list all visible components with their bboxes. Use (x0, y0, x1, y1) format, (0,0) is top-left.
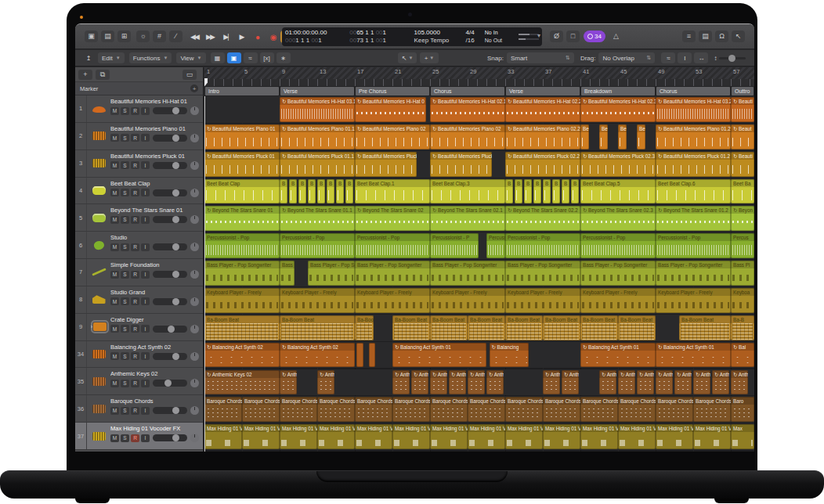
snap-select[interactable]: Smart⇅ (507, 52, 574, 63)
region[interactable]: B (336, 179, 344, 204)
mute-button[interactable]: M (110, 352, 119, 360)
input-monitor-button[interactable]: I (141, 297, 150, 305)
region[interactable]: Max Hiding 01 V (656, 424, 693, 449)
region[interactable]: B (298, 179, 306, 204)
region[interactable]: Baroque Chords (355, 397, 392, 422)
solo-button[interactable]: S (121, 271, 129, 279)
marker-track-header[interactable]: Marker + (75, 82, 203, 95)
region[interactable]: ↻ Balancing Act Synth 02 (280, 343, 355, 368)
arrangement-marker[interactable]: Chorus (431, 87, 504, 95)
region[interactable]: ↻ Beautiful Memories Hi-Hat 02.2 (505, 97, 580, 122)
region[interactable]: ↻ Anthe (693, 370, 710, 395)
region[interactable] (356, 343, 363, 368)
stop-button[interactable]: ▶| (218, 31, 233, 43)
region[interactable]: ↻ Beyond The Stars Snare 02.1 (430, 206, 505, 231)
region[interactable]: ↻ Anthe (599, 370, 616, 395)
region[interactable]: ↻ Bal (731, 343, 754, 368)
track-header[interactable]: 9›Crate DiggerMSRI (75, 314, 203, 341)
region[interactable]: ↻ Beauti (731, 97, 754, 122)
volume-fader[interactable] (153, 380, 187, 387)
track-header-options-button[interactable]: ▭ (183, 70, 197, 80)
volume-fader[interactable] (153, 353, 187, 360)
region[interactable]: Beet Beat Clap.1 (355, 179, 430, 204)
solo-button[interactable]: S (121, 216, 129, 224)
forward-button[interactable]: ▶▶ (202, 31, 218, 43)
arrangement-marker[interactable]: Verse (506, 87, 580, 95)
region[interactable]: Ba-B (731, 315, 754, 340)
region[interactable]: ↻ Beautiful Memories Hi-Hat 0 (355, 97, 426, 122)
solo-button[interactable]: S (121, 161, 129, 169)
region[interactable]: Ba-Boom Beat (505, 315, 543, 340)
pan-knob[interactable] (190, 406, 199, 415)
region[interactable]: B (280, 179, 287, 204)
track-header[interactable]: 36Baroque ChordsMSRI (75, 395, 203, 423)
region[interactable]: B (543, 179, 551, 204)
region[interactable]: Percus (731, 233, 754, 258)
region[interactable]: Max Hiding 01 V (280, 424, 317, 449)
region[interactable]: ↻ Anthe (449, 370, 466, 395)
arrangement-marker[interactable]: Intro (205, 87, 279, 95)
region[interactable]: B (289, 179, 297, 204)
pan-knob[interactable] (190, 270, 199, 279)
region[interactable]: ↻ Beauti (731, 152, 754, 177)
pan-knob[interactable] (190, 134, 199, 142)
region[interactable]: Max Hiding 01 V (618, 424, 656, 449)
volume-fader[interactable] (153, 326, 187, 333)
input-monitor-button[interactable]: I (141, 325, 150, 333)
region[interactable]: Baroque Chords (392, 397, 430, 422)
region[interactable]: Beet Beat Clap (204, 179, 280, 204)
input-monitor-button[interactable]: I (141, 107, 150, 115)
region[interactable]: ↻ Beautiful Memories Piano 02 (355, 124, 430, 149)
region[interactable] (369, 343, 375, 368)
region[interactable]: B (571, 179, 579, 204)
volume-fader[interactable] (153, 216, 187, 223)
drag-select[interactable]: No Overlap⇅ (598, 52, 655, 63)
region[interactable]: B (562, 179, 569, 204)
region[interactable]: ↻ Beyond The Stars Snare 01.1 (280, 206, 355, 231)
region[interactable]: Ba-Boo (355, 315, 374, 340)
smart-controls-icon[interactable]: ☼ (136, 31, 150, 42)
region[interactable]: Beet Beat Clap.5 (580, 179, 656, 204)
region[interactable]: Ba-Boom Beat (392, 315, 430, 340)
region[interactable]: Beet Beat Clap.3 (430, 179, 505, 204)
mute-button[interactable]: M (110, 216, 119, 224)
region[interactable]: ↻ Beautiful Memories Hi-Hat 02.1 (430, 97, 505, 122)
region[interactable]: ↻ Beautiful Memories Piano 02.2 (505, 124, 580, 149)
region[interactable]: Max Hiding 01 V (693, 424, 731, 449)
mute-button[interactable]: M (110, 434, 119, 442)
volume-fader[interactable] (153, 407, 187, 414)
chevron-down-icon[interactable]: ▾ (537, 32, 540, 39)
arrangement-marker[interactable]: Breakdown (581, 87, 655, 95)
volume-fader[interactable] (153, 298, 187, 305)
pan-knob[interactable] (190, 434, 199, 442)
volume-fader[interactable] (153, 107, 187, 114)
record-enable-button[interactable]: R (131, 161, 139, 169)
region[interactable]: ↻ Anthe (317, 370, 334, 395)
command-click-tool-menu[interactable]: +▼ (420, 52, 439, 63)
region[interactable]: Bass P (280, 261, 295, 286)
region[interactable]: Percussionist - Pop (580, 233, 656, 258)
solo-button[interactable]: S (121, 189, 129, 196)
record-enable-button[interactable]: R (131, 434, 139, 442)
region[interactable]: B (345, 179, 353, 204)
horizontal-zoom-button[interactable]: ↔ (694, 52, 708, 63)
record-enable-button[interactable]: R (131, 216, 139, 224)
pan-knob[interactable] (190, 243, 199, 251)
region[interactable]: ↻ Anthe (430, 370, 447, 395)
track-header[interactable]: 8Studio GrandMSRI (75, 286, 203, 314)
region[interactable]: Max (731, 424, 754, 449)
arrangement-marker[interactable]: Chorus (656, 87, 730, 95)
region[interactable]: Bass Player - Pop Songwriter (204, 261, 280, 286)
region[interactable]: Ba-Boom Beat (468, 315, 505, 340)
region[interactable]: ↻ Anthe (731, 370, 748, 395)
track-header[interactable]: 1Beautiful Memories Hi-Hat 01MSRI (75, 95, 203, 123)
catch-button[interactable]: ∗ (276, 52, 291, 63)
region[interactable]: Bass Player - Pop Songwriter (355, 261, 430, 286)
volume-fader[interactable] (153, 189, 187, 196)
solo-button[interactable]: S (121, 434, 129, 442)
region[interactable]: Ba-Boom Beat (580, 315, 618, 340)
region[interactable]: ↻ Anthe (618, 370, 635, 395)
region[interactable]: Baroque Chords (468, 397, 505, 422)
region[interactable]: Bass Player - Pop Songwriter (505, 261, 580, 286)
pan-knob[interactable] (190, 106, 199, 115)
